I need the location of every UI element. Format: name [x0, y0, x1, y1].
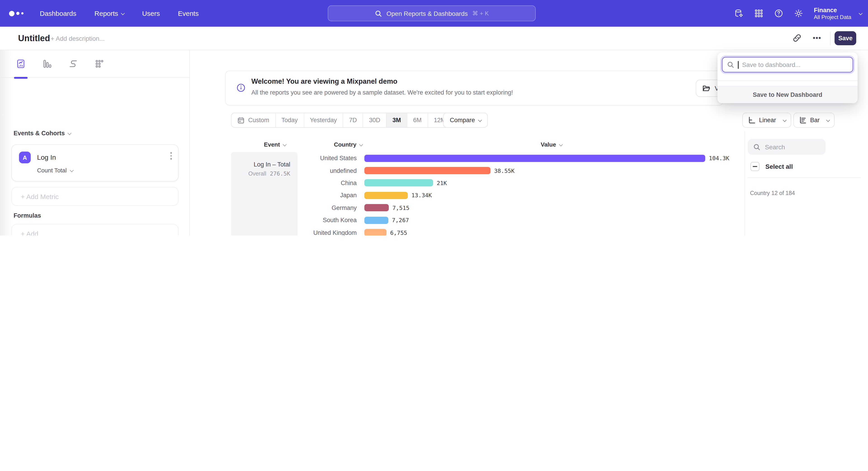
tab-insights[interactable]	[13, 50, 28, 78]
bar-row: Japan 13.34K	[298, 189, 733, 202]
breakdown-filter-panel: Search Select all Country 12 of 184 Unit…	[745, 131, 868, 235]
bar-row: China 21K	[298, 177, 733, 189]
bar-category-label: Japan	[298, 192, 364, 199]
add-formula-button[interactable]: + Add	[11, 224, 179, 235]
data-management-icon[interactable]	[735, 8, 744, 18]
metric-aggregation-dropdown[interactable]: Count Total	[37, 167, 72, 174]
banner-title: Welcome! You are viewing a Mixpanel demo	[251, 77, 397, 86]
nav-menu: DashboardsReportsUsersEvents	[40, 9, 199, 17]
range-6m[interactable]: 6M	[407, 113, 428, 127]
nav-item-events[interactable]: Events	[178, 9, 199, 17]
settings-gear-icon[interactable]	[794, 8, 804, 18]
project-switcher[interactable]: Finance All Project Data	[814, 6, 862, 20]
search-icon	[727, 61, 734, 68]
select-all-row[interactable]: Select all	[750, 162, 793, 171]
panel-search-input[interactable]: Search	[748, 139, 826, 155]
bar[interactable]	[364, 167, 491, 174]
range-today[interactable]: Today	[276, 113, 304, 127]
retention-grid-icon	[94, 59, 104, 69]
chevron-down-icon	[121, 11, 125, 15]
chevron-down-icon	[782, 118, 786, 122]
bar-category-label: United States	[298, 155, 364, 161]
more-options-icon[interactable]: •••	[813, 34, 823, 44]
bar-row: Germany 7,515	[298, 202, 733, 214]
metric-event-name[interactable]: Log In	[37, 153, 56, 161]
bar[interactable]	[364, 192, 408, 199]
event-overall-row: Overall276.5K	[231, 170, 290, 177]
bar-value-label: 13.34K	[411, 192, 432, 199]
chart-scale-dropdown[interactable]: Linear	[742, 113, 791, 127]
copy-link-icon[interactable]	[792, 33, 802, 43]
save-button[interactable]: Save	[835, 31, 856, 45]
insights-chart-icon	[16, 59, 26, 69]
bar[interactable]	[364, 204, 389, 211]
column-header-event[interactable]: Event	[250, 141, 300, 148]
range-custom[interactable]: Custom	[231, 113, 276, 127]
range-3m[interactable]: 3M	[386, 113, 407, 127]
global-search-button[interactable]: Open Reports & Dashboards ⌘ + K	[328, 5, 536, 21]
bar-value-label: 7,267	[392, 217, 409, 224]
folder-open-icon	[702, 84, 711, 92]
global-search-placeholder: Open Reports & Dashboards	[386, 10, 468, 17]
range-yesterday[interactable]: Yesterday	[304, 113, 343, 127]
nav-item-reports[interactable]: Reports	[94, 9, 124, 17]
tab-retention[interactable]	[92, 50, 107, 78]
add-description-field[interactable]: + Add description...	[51, 35, 105, 42]
event-summary-cell: Log In – Total Overall276.5K	[231, 152, 298, 235]
funnels-bars-icon	[42, 59, 52, 69]
report-type-tabs	[0, 50, 189, 78]
range-7d[interactable]: 7D	[343, 113, 363, 127]
add-metric-button[interactable]: + Add Metric	[11, 187, 179, 206]
chevron-down-icon	[68, 131, 71, 135]
project-scope: All Project Data	[814, 14, 851, 20]
formulas-header: Formulas	[13, 212, 41, 219]
bar[interactable]	[364, 154, 705, 162]
save-to-dashboard-popup: Save to dashboard... Save to New Dashboa…	[717, 53, 858, 103]
panel-divider	[748, 177, 861, 178]
text-cursor	[738, 61, 739, 68]
chevron-down-icon	[283, 142, 287, 146]
save-dashboard-search-input[interactable]: Save to dashboard...	[722, 57, 853, 72]
save-dashboard-placeholder: Save to dashboard...	[742, 61, 800, 68]
bar[interactable]	[364, 179, 433, 187]
bar-row: undefined 38.55K	[298, 165, 733, 177]
chevron-down-icon	[478, 118, 482, 122]
select-all-label: Select all	[765, 163, 793, 170]
bar-category-label: undefined	[298, 167, 364, 174]
chevron-down-icon	[826, 118, 830, 122]
select-all-checkbox-indeterminate[interactable]	[750, 162, 760, 171]
nav-right-cluster: Finance All Project Data	[735, 0, 862, 27]
range-30d[interactable]: 30D	[363, 113, 387, 127]
bar-row: United Kingdom 6,755	[298, 227, 733, 235]
column-header-country[interactable]: Country	[316, 141, 380, 148]
tab-flows[interactable]	[66, 50, 81, 78]
nav-item-users[interactable]: Users	[142, 9, 160, 17]
chevron-down-icon	[859, 11, 863, 15]
search-icon	[753, 143, 761, 150]
banner-subtitle: All the reports you see are powered by a…	[251, 89, 513, 96]
country-group-header: Country 12 of 184	[750, 190, 795, 196]
help-icon[interactable]	[774, 8, 784, 18]
report-title[interactable]: Untitled	[18, 33, 50, 43]
apps-grid-icon[interactable]	[754, 8, 764, 18]
chart-type-dropdown[interactable]: Bar	[794, 113, 835, 127]
bar-category-label: South Korea	[298, 217, 364, 224]
metric-kebab-icon[interactable]	[170, 152, 172, 159]
bar[interactable]	[364, 229, 386, 235]
compare-button[interactable]: Compare	[443, 113, 488, 127]
nav-item-dashboards[interactable]: Dashboards	[40, 9, 76, 17]
bar-value-label: 6,755	[390, 229, 407, 235]
events-cohorts-header[interactable]: Events & Cohorts	[13, 130, 71, 137]
metric-card-log-in[interactable]: A Log In Count Total	[11, 144, 179, 181]
search-shortcut: ⌘ + K	[472, 10, 489, 17]
bar[interactable]	[364, 216, 388, 224]
tab-funnels[interactable]	[40, 50, 54, 78]
calendar-icon	[237, 117, 245, 124]
flows-icon	[68, 59, 78, 69]
event-series-name: Log In – Total	[231, 161, 290, 168]
mixpanel-logo-icon[interactable]	[9, 11, 30, 16]
demo-welcome-banner: Welcome! You are viewing a Mixpanel demo…	[225, 70, 723, 106]
bar-value-label: 21K	[437, 180, 447, 186]
column-header-value[interactable]: Value	[541, 141, 562, 148]
save-to-new-dashboard-button[interactable]: Save to New Dashboard	[717, 86, 858, 103]
